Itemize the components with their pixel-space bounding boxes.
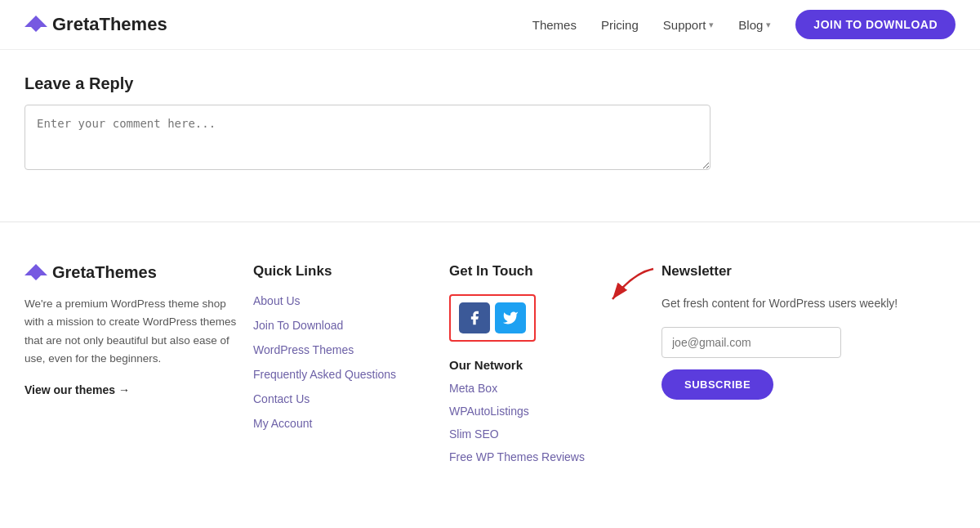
newsletter-description: Get fresh content for WordPress users we… — [662, 294, 956, 312]
network-free-wp-themes[interactable]: Free WP Themes Reviews — [449, 450, 645, 463]
our-network-title: Our Network — [449, 358, 645, 372]
site-logo[interactable]: GretaThemes — [24, 14, 167, 35]
view-themes-link[interactable]: View our themes → — [24, 383, 130, 396]
footer-get-in-touch-col: Get In Touch — [449, 263, 645, 463]
quick-link-join[interactable]: Join To Download — [253, 319, 433, 332]
newsletter-email-input[interactable] — [662, 327, 841, 358]
get-in-touch-title: Get In Touch — [449, 263, 645, 280]
join-to-download-button[interactable]: JOIN TO DOWNLOAD — [795, 10, 956, 39]
quick-link-contact[interactable]: Contact Us — [253, 392, 433, 405]
social-icons-row — [449, 294, 536, 342]
support-chevron-icon: ▾ — [709, 20, 714, 30]
svg-marker-3 — [26, 266, 46, 279]
site-footer: GretaThemes We're a premium WordPress th… — [0, 222, 980, 496]
quick-link-about-us[interactable]: About Us — [253, 294, 433, 307]
footer-logo[interactable]: GretaThemes — [24, 263, 237, 282]
logo-icon — [24, 16, 47, 34]
main-nav: Themes Pricing Support ▾ Blog ▾ JOIN TO … — [532, 10, 956, 39]
social-icons-arrow-container — [449, 294, 645, 342]
footer-newsletter-col: Newsletter Get fresh content for WordPre… — [662, 263, 956, 463]
logo-text: GretaThemes — [52, 14, 167, 35]
footer-quick-links-col: Quick Links About Us Join To Download Wo… — [253, 263, 433, 463]
network-wpautolistings[interactable]: WPAutoListings — [449, 405, 645, 418]
quick-link-my-account[interactable]: My Account — [253, 417, 433, 430]
blog-chevron-icon: ▾ — [766, 20, 771, 30]
quick-links-title: Quick Links — [253, 263, 433, 280]
facebook-icon[interactable] — [459, 302, 490, 333]
nav-themes[interactable]: Themes — [532, 18, 577, 32]
footer-logo-icon — [24, 264, 47, 282]
nav-pricing[interactable]: Pricing — [601, 18, 639, 32]
quick-link-faq[interactable]: Frequently Asked Questions — [253, 368, 433, 381]
footer-logo-text: GretaThemes — [52, 263, 157, 282]
quick-link-wp-themes[interactable]: WordPress Themes — [253, 343, 433, 356]
network-slim-seo[interactable]: Slim SEO — [449, 427, 645, 441]
footer-brand-col: GretaThemes We're a premium WordPress th… — [24, 263, 237, 463]
twitter-icon[interactable] — [495, 302, 526, 333]
comment-textarea[interactable] — [24, 105, 710, 170]
main-content: Leave a Reply — [0, 50, 735, 221]
newsletter-title: Newsletter — [662, 263, 956, 280]
subscribe-button[interactable]: SUBSCRIBE — [662, 369, 773, 400]
quick-links-list: About Us Join To Download WordPress Them… — [253, 294, 433, 430]
nav-support[interactable]: Support ▾ — [663, 18, 715, 32]
network-meta-box[interactable]: Meta Box — [449, 382, 645, 395]
svg-marker-1 — [26, 17, 46, 30]
site-header: GretaThemes Themes Pricing Support ▾ Blo… — [0, 0, 980, 50]
network-links-list: Meta Box WPAutoListings Slim SEO Free WP… — [449, 382, 645, 463]
leave-reply-title: Leave a Reply — [24, 74, 710, 93]
footer-brand-description: We're a premium WordPress theme shop wit… — [24, 295, 237, 368]
nav-blog[interactable]: Blog ▾ — [738, 18, 771, 32]
